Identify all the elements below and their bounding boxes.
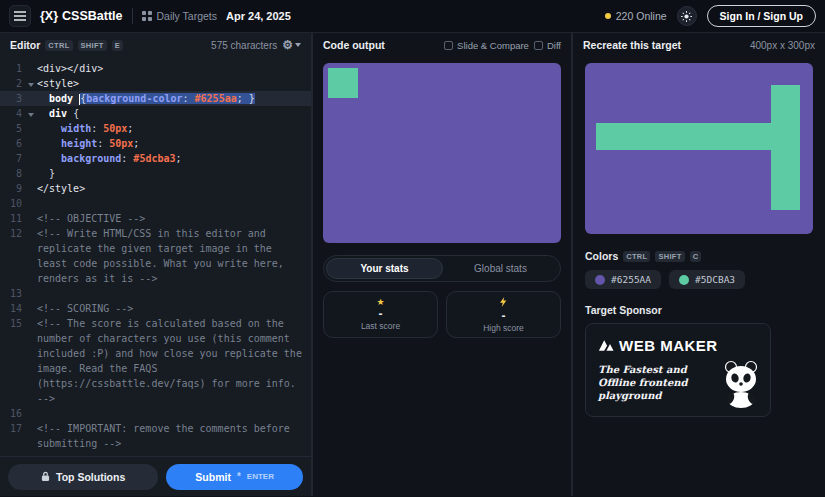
cssbattle-app: {X} CSSBattle Daily Targets Apr 24, 2025… — [0, 0, 825, 497]
kbd-shift: SHIFT — [78, 40, 107, 51]
code-line[interactable]: 4 div { — [0, 106, 311, 121]
stats-tabs: Your stats Global stats — [323, 255, 561, 282]
target-title: Recreate this target — [583, 39, 681, 51]
line-number: 12 — [0, 226, 24, 286]
fold-gutter — [24, 286, 37, 301]
cssbattle-logo[interactable]: {X} CSSBattle — [40, 9, 123, 23]
gear-icon: ⚙ — [282, 39, 293, 51]
fold-chevron-icon[interactable] — [24, 76, 37, 91]
code-line[interactable]: 7 background: #5dcba3; — [0, 151, 311, 166]
star-icon: ★ — [376, 298, 384, 307]
fold-gutter — [24, 181, 37, 196]
line-number: 3 — [0, 91, 24, 106]
green-hex-label: #5DCBA3 — [695, 274, 735, 285]
colors-section: Colors CTRL SHIFT C #6255AA #5DCBA3 — [573, 240, 825, 289]
purple-hex-label: #6255AA — [611, 274, 651, 285]
fold-gutter — [24, 211, 37, 226]
code-line[interactable]: 3 body {background-color: #6255aa; } — [0, 91, 311, 106]
top-solutions-button[interactable]: Top Solutions — [8, 464, 158, 490]
line-number: 9 — [0, 181, 24, 196]
diff-label: Diff — [547, 40, 561, 51]
rendered-square — [328, 68, 358, 98]
line-number: 4 — [0, 106, 24, 121]
code-line[interactable]: 8 } — [0, 166, 311, 181]
daily-targets-link[interactable]: Daily Targets — [142, 10, 218, 22]
diff-checkbox[interactable] — [534, 41, 543, 50]
code-lines: 1<div></div>2<style>3 body {background-c… — [0, 61, 311, 451]
code-line[interactable]: 6 height: 50px; — [0, 136, 311, 151]
tab-global-stats[interactable]: Global stats — [443, 258, 558, 279]
code-line[interactable]: 10 — [0, 196, 311, 211]
code-line[interactable]: 5 width: 50px; — [0, 121, 311, 136]
sponsor-section-label: Target Sponsor — [573, 289, 825, 323]
code-line-text: <!-- OBJECTIVE --> — [37, 211, 311, 226]
asterisk-icon: * — [237, 471, 241, 482]
daily-targets-label: Daily Targets — [157, 10, 218, 22]
navbar-right: 220 Online Sign In / Sign Up — [605, 5, 816, 27]
lightning-icon — [500, 297, 507, 309]
submit-label: Submit — [195, 471, 231, 483]
line-number: 17 — [0, 421, 24, 451]
kbd-c: C — [690, 251, 702, 262]
code-output-panel: Code output Slide & Compare Diff Your st… — [313, 33, 573, 496]
code-line[interactable]: 9</style> — [0, 181, 311, 196]
line-number: 2 — [0, 76, 24, 91]
code-editor[interactable]: 1<div></div>2<style>3 body {background-c… — [0, 57, 311, 456]
slide-compare-toggle[interactable]: Slide & Compare — [444, 40, 529, 51]
editor-settings-button[interactable]: ⚙ — [282, 39, 301, 51]
target-image[interactable] — [585, 63, 813, 234]
slide-compare-checkbox[interactable] — [444, 41, 453, 50]
lock-icon — [41, 471, 50, 482]
code-line[interactable]: 12<!-- Write HTML/CSS in this editor and… — [0, 226, 311, 286]
navbar: {X} CSSBattle Daily Targets Apr 24, 2025… — [0, 0, 825, 33]
current-date[interactable]: Apr 24, 2025 — [226, 10, 291, 22]
high-score-value: - — [502, 310, 506, 322]
fold-gutter — [24, 151, 37, 166]
code-line-text — [37, 196, 311, 211]
code-line-text: height: 50px; — [37, 136, 311, 151]
sun-icon — [681, 11, 692, 22]
code-line[interactable]: 14<!-- SCORING --> — [0, 301, 311, 316]
tab-your-stats[interactable]: Your stats — [326, 258, 443, 279]
code-line[interactable]: 11<!-- OBJECTIVE --> — [0, 211, 311, 226]
fold-gutter — [24, 301, 37, 316]
code-line-text: <!-- Write HTML/CSS in this editor and r… — [37, 226, 311, 286]
sponsor-card[interactable]: WEB MAKER The Fastest and Offline fronte… — [585, 323, 771, 417]
code-line[interactable]: 2<style> — [0, 76, 311, 91]
last-score-value: - — [379, 308, 383, 320]
color-chip-green[interactable]: #5DCBA3 — [669, 270, 745, 289]
web-maker-logo: WEB MAKER — [598, 337, 758, 354]
online-count: 220 Online — [605, 10, 667, 22]
last-score-card: ★ - Last score — [323, 291, 438, 338]
code-line[interactable]: 13 — [0, 286, 311, 301]
grid-icon — [142, 11, 152, 21]
web-maker-name: WEB MAKER — [619, 337, 718, 354]
high-score-label: High score — [483, 323, 524, 333]
theme-toggle-button[interactable] — [677, 6, 697, 26]
fold-gutter — [24, 406, 37, 421]
code-line-text — [37, 286, 311, 301]
code-line-text — [37, 406, 311, 421]
code-output-render[interactable] — [323, 63, 561, 243]
char-count: 575 characters — [211, 40, 277, 51]
sign-in-button[interactable]: Sign In / Sign Up — [707, 5, 816, 27]
fold-gutter — [24, 421, 37, 451]
submit-button[interactable]: Submit * ENTER — [166, 464, 303, 490]
code-line[interactable]: 17<!-- IMPORTANT: remove the comments be… — [0, 421, 311, 451]
color-chip-purple[interactable]: #6255AA — [585, 270, 661, 289]
code-line[interactable]: 1<div></div> — [0, 61, 311, 76]
code-line-text: </style> — [37, 181, 311, 196]
diff-toggle[interactable]: Diff — [534, 40, 561, 51]
fold-chevron-icon[interactable] — [24, 106, 37, 121]
line-number: 8 — [0, 166, 24, 181]
main-content: Editor CTRL SHIFT E 575 characters ⚙ 1<d… — [0, 33, 825, 496]
stats-cards: ★ - Last score - High score — [323, 291, 561, 338]
hamburger-menu-button[interactable] — [9, 5, 31, 27]
line-number: 13 — [0, 286, 24, 301]
kbd-e: E — [112, 40, 123, 51]
code-line-text: } — [37, 166, 311, 181]
code-line[interactable]: 15<!-- The score is calculated based on … — [0, 316, 311, 406]
green-swatch-icon — [679, 275, 689, 285]
editor-title: Editor — [10, 39, 40, 51]
code-line[interactable]: 16 — [0, 406, 311, 421]
